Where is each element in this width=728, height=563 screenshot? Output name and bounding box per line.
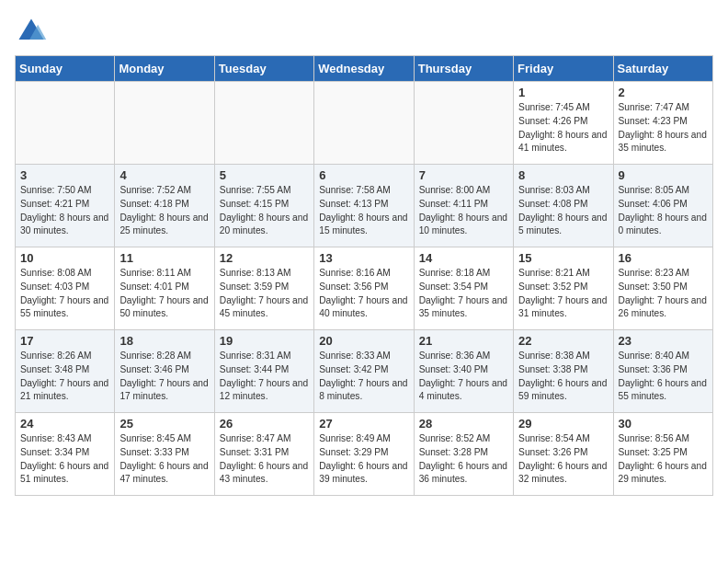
calendar-cell: 12Sunrise: 8:13 AM Sunset: 3:59 PM Dayli…	[214, 247, 313, 330]
calendar-week-1: 1Sunrise: 7:45 AM Sunset: 4:26 PM Daylig…	[16, 82, 713, 165]
day-info: Sunrise: 7:47 AM Sunset: 4:23 PM Dayligh…	[619, 101, 708, 155]
calendar-week-4: 17Sunrise: 8:26 AM Sunset: 3:48 PM Dayli…	[16, 330, 713, 413]
calendar-cell: 20Sunrise: 8:33 AM Sunset: 3:42 PM Dayli…	[314, 330, 414, 413]
day-info: Sunrise: 8:33 AM Sunset: 3:42 PM Dayligh…	[319, 350, 408, 404]
day-number: 23	[619, 334, 708, 348]
day-info: Sunrise: 8:52 AM Sunset: 3:28 PM Dayligh…	[419, 432, 508, 487]
day-number: 15	[518, 251, 608, 265]
day-info: Sunrise: 8:16 AM Sunset: 3:56 PM Dayligh…	[319, 267, 408, 321]
day-info: Sunrise: 8:18 AM Sunset: 3:54 PM Dayligh…	[419, 267, 508, 321]
calendar-cell: 30Sunrise: 8:56 AM Sunset: 3:25 PM Dayli…	[613, 413, 712, 496]
calendar-cell	[414, 82, 513, 165]
day-info: Sunrise: 7:55 AM Sunset: 4:15 PM Dayligh…	[220, 184, 309, 238]
calendar-cell: 8Sunrise: 8:03 AM Sunset: 4:08 PM Daylig…	[514, 165, 613, 247]
day-header-tuesday: Tuesday	[214, 56, 313, 82]
calendar-cell	[314, 82, 414, 165]
calendar-cell: 7Sunrise: 8:00 AM Sunset: 4:11 PM Daylig…	[414, 165, 513, 247]
calendar-week-5: 24Sunrise: 8:43 AM Sunset: 3:34 PM Dayli…	[16, 413, 713, 496]
calendar-cell: 27Sunrise: 8:49 AM Sunset: 3:29 PM Dayli…	[314, 413, 414, 496]
day-number: 16	[619, 251, 708, 265]
calendar-week-2: 3Sunrise: 7:50 AM Sunset: 4:21 PM Daylig…	[16, 165, 713, 247]
calendar-table: SundayMondayTuesdayWednesdayThursdayFrid…	[15, 55, 713, 496]
day-info: Sunrise: 8:43 AM Sunset: 3:34 PM Dayligh…	[20, 432, 109, 487]
calendar-cell: 14Sunrise: 8:18 AM Sunset: 3:54 PM Dayli…	[414, 247, 513, 330]
day-number: 29	[518, 417, 608, 431]
day-info: Sunrise: 8:03 AM Sunset: 4:08 PM Dayligh…	[518, 184, 608, 238]
day-info: Sunrise: 7:52 AM Sunset: 4:18 PM Dayligh…	[119, 184, 209, 238]
day-number: 21	[419, 334, 508, 348]
day-number: 5	[220, 168, 309, 182]
day-number: 22	[518, 334, 608, 348]
day-info: Sunrise: 8:47 AM Sunset: 3:31 PM Dayligh…	[220, 432, 309, 487]
calendar-cell: 9Sunrise: 8:05 AM Sunset: 4:06 PM Daylig…	[613, 165, 712, 247]
calendar-cell: 15Sunrise: 8:21 AM Sunset: 3:52 PM Dayli…	[514, 247, 613, 330]
calendar-cell	[214, 82, 313, 165]
day-number: 13	[319, 251, 408, 265]
logo	[15, 15, 51, 48]
day-number: 9	[619, 168, 708, 182]
day-info: Sunrise: 8:05 AM Sunset: 4:06 PM Dayligh…	[619, 184, 708, 238]
day-header-thursday: Thursday	[414, 56, 513, 82]
calendar-cell: 23Sunrise: 8:40 AM Sunset: 3:36 PM Dayli…	[613, 330, 712, 413]
calendar-cell: 11Sunrise: 8:11 AM Sunset: 4:01 PM Dayli…	[115, 247, 214, 330]
day-header-friday: Friday	[514, 56, 613, 82]
day-number: 25	[119, 417, 209, 431]
calendar-cell: 17Sunrise: 8:26 AM Sunset: 3:48 PM Dayli…	[16, 330, 115, 413]
calendar-cell: 29Sunrise: 8:54 AM Sunset: 3:26 PM Dayli…	[514, 413, 613, 496]
day-info: Sunrise: 8:36 AM Sunset: 3:40 PM Dayligh…	[419, 350, 508, 404]
day-info: Sunrise: 8:31 AM Sunset: 3:44 PM Dayligh…	[220, 350, 309, 404]
calendar-cell: 21Sunrise: 8:36 AM Sunset: 3:40 PM Dayli…	[414, 330, 513, 413]
calendar-cell: 3Sunrise: 7:50 AM Sunset: 4:21 PM Daylig…	[16, 165, 115, 247]
day-info: Sunrise: 8:11 AM Sunset: 4:01 PM Dayligh…	[119, 267, 209, 321]
calendar-cell: 5Sunrise: 7:55 AM Sunset: 4:15 PM Daylig…	[214, 165, 313, 247]
calendar-cell: 16Sunrise: 8:23 AM Sunset: 3:50 PM Dayli…	[613, 247, 712, 330]
calendar-cell: 2Sunrise: 7:47 AM Sunset: 4:23 PM Daylig…	[613, 82, 712, 165]
day-info: Sunrise: 8:00 AM Sunset: 4:11 PM Dayligh…	[419, 184, 508, 238]
day-header-wednesday: Wednesday	[314, 56, 414, 82]
calendar-cell: 10Sunrise: 8:08 AM Sunset: 4:03 PM Dayli…	[16, 247, 115, 330]
day-info: Sunrise: 8:49 AM Sunset: 3:29 PM Dayligh…	[319, 432, 408, 487]
day-number: 17	[20, 334, 109, 348]
day-info: Sunrise: 8:13 AM Sunset: 3:59 PM Dayligh…	[220, 267, 309, 321]
calendar-cell: 19Sunrise: 8:31 AM Sunset: 3:44 PM Dayli…	[214, 330, 313, 413]
day-number: 7	[419, 168, 508, 182]
day-number: 3	[20, 168, 109, 182]
day-info: Sunrise: 7:45 AM Sunset: 4:26 PM Dayligh…	[518, 101, 608, 155]
day-info: Sunrise: 8:54 AM Sunset: 3:26 PM Dayligh…	[518, 432, 608, 487]
day-header-saturday: Saturday	[613, 56, 712, 82]
day-number: 20	[319, 334, 408, 348]
day-info: Sunrise: 8:08 AM Sunset: 4:03 PM Dayligh…	[20, 267, 109, 321]
day-info: Sunrise: 8:23 AM Sunset: 3:50 PM Dayligh…	[619, 267, 708, 321]
day-info: Sunrise: 7:50 AM Sunset: 4:21 PM Dayligh…	[20, 184, 109, 238]
day-number: 12	[220, 251, 309, 265]
day-info: Sunrise: 8:28 AM Sunset: 3:46 PM Dayligh…	[119, 350, 209, 404]
day-number: 11	[119, 251, 209, 265]
calendar-cell	[16, 82, 115, 165]
calendar-cell: 26Sunrise: 8:47 AM Sunset: 3:31 PM Dayli…	[214, 413, 313, 496]
calendar-cell: 18Sunrise: 8:28 AM Sunset: 3:46 PM Dayli…	[115, 330, 214, 413]
day-number: 26	[220, 417, 309, 431]
day-number: 27	[319, 417, 408, 431]
calendar-cell: 4Sunrise: 7:52 AM Sunset: 4:18 PM Daylig…	[115, 165, 214, 247]
calendar-cell	[115, 82, 214, 165]
calendar-week-3: 10Sunrise: 8:08 AM Sunset: 4:03 PM Dayli…	[16, 247, 713, 330]
day-number: 6	[319, 168, 408, 182]
day-info: Sunrise: 8:21 AM Sunset: 3:52 PM Dayligh…	[518, 267, 608, 321]
calendar-cell: 22Sunrise: 8:38 AM Sunset: 3:38 PM Dayli…	[514, 330, 613, 413]
calendar-cell: 28Sunrise: 8:52 AM Sunset: 3:28 PM Dayli…	[414, 413, 513, 496]
day-header-monday: Monday	[115, 56, 214, 82]
day-info: Sunrise: 7:58 AM Sunset: 4:13 PM Dayligh…	[319, 184, 408, 238]
day-number: 8	[518, 168, 608, 182]
day-number: 28	[419, 417, 508, 431]
day-number: 14	[419, 251, 508, 265]
calendar-cell: 13Sunrise: 8:16 AM Sunset: 3:56 PM Dayli…	[314, 247, 414, 330]
day-number: 30	[619, 417, 708, 431]
day-header-sunday: Sunday	[16, 56, 115, 82]
day-number: 2	[619, 86, 708, 99]
day-info: Sunrise: 8:56 AM Sunset: 3:25 PM Dayligh…	[619, 432, 708, 487]
calendar-cell: 1Sunrise: 7:45 AM Sunset: 4:26 PM Daylig…	[514, 82, 613, 165]
day-number: 1	[518, 86, 608, 99]
calendar-cell: 24Sunrise: 8:43 AM Sunset: 3:34 PM Dayli…	[16, 413, 115, 496]
day-info: Sunrise: 8:26 AM Sunset: 3:48 PM Dayligh…	[20, 350, 109, 404]
day-info: Sunrise: 8:45 AM Sunset: 3:33 PM Dayligh…	[119, 432, 209, 487]
